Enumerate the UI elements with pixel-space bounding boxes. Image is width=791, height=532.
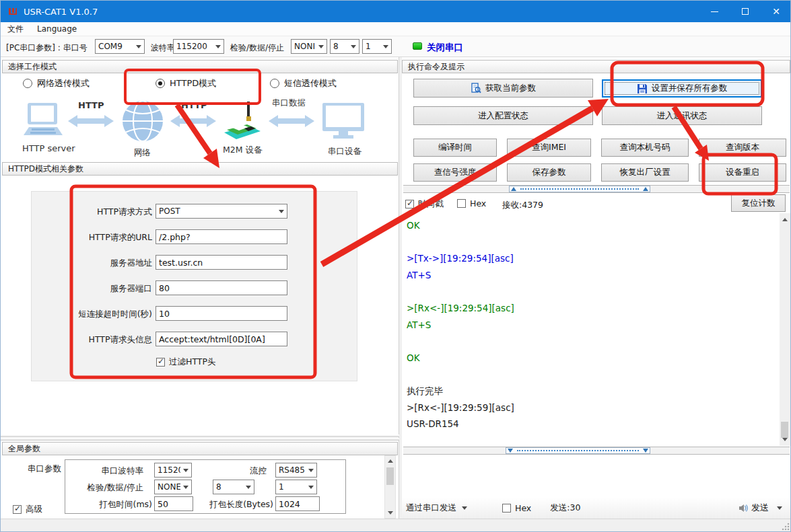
gp-packtime-input[interactable] bbox=[154, 496, 193, 511]
radio-icon bbox=[270, 79, 279, 88]
device-restart-button[interactable]: 设备重启 bbox=[699, 163, 786, 182]
query-imei-button[interactable]: 查询IMEI bbox=[507, 139, 591, 157]
radio-icon bbox=[156, 79, 165, 88]
short-conn-timeout-input[interactable] bbox=[156, 306, 287, 321]
log-line: OK bbox=[407, 352, 419, 363]
reset-count-button[interactable]: 复位计数 bbox=[731, 194, 786, 212]
chevron-down-icon bbox=[180, 469, 191, 472]
chevron-down-icon bbox=[316, 45, 326, 48]
get-params-button[interactable]: 获取当前参数 bbox=[413, 79, 593, 98]
monitor-icon bbox=[321, 102, 366, 141]
compile-time-button[interactable]: 编译时间 bbox=[413, 139, 497, 157]
gp-packlen-input[interactable] bbox=[275, 496, 320, 511]
log-line: >[Rx<-][19:29:59][asc] bbox=[407, 402, 514, 413]
log-line: 执行完毕 bbox=[407, 385, 443, 397]
port-group-label: [PC串口参数] : 串口号 bbox=[6, 42, 88, 54]
enter-config-state-button[interactable]: 进入配置状态 bbox=[413, 106, 593, 125]
minimize-button[interactable] bbox=[699, 1, 730, 22]
server-port-input[interactable] bbox=[156, 280, 287, 295]
gp-flow-select[interactable]: RS485 bbox=[275, 463, 317, 478]
parity-select[interactable]: NONI bbox=[291, 39, 327, 54]
query-local-number-button[interactable]: 查询本机号码 bbox=[601, 139, 689, 157]
close-button[interactable]: ✕ bbox=[761, 1, 791, 22]
chevron-down-icon bbox=[380, 45, 391, 48]
scroll-up-icon[interactable] bbox=[385, 456, 395, 466]
baud-select[interactable]: 115200 bbox=[173, 39, 224, 54]
enter-comm-state-button[interactable]: 进入通讯状态 bbox=[602, 106, 762, 125]
horizontal-splitter[interactable] bbox=[1, 434, 399, 437]
diagram-link-label: 串口数据 bbox=[272, 98, 306, 109]
filter-http-header-checkbox[interactable]: 过滤HTTP头 bbox=[156, 356, 216, 368]
timestamp-checkbox[interactable]: 时间戳 bbox=[405, 198, 444, 210]
recv-hex-checkbox[interactable]: Hex bbox=[457, 198, 486, 208]
scrollbar-thumb[interactable] bbox=[386, 467, 394, 485]
scrollbar-thumb[interactable] bbox=[509, 186, 650, 192]
parity-label: 检验/数据/停止 bbox=[230, 42, 284, 54]
field-label: HTTP请求头信息 bbox=[44, 334, 152, 346]
stopbits-select[interactable]: 1 bbox=[362, 39, 392, 54]
resize-grip[interactable] bbox=[782, 523, 790, 531]
gp-databits-select[interactable]: 8 bbox=[213, 480, 254, 494]
scroll-down-icon[interactable] bbox=[385, 508, 395, 518]
menu-language[interactable]: Language bbox=[30, 22, 83, 36]
chevron-down-icon bbox=[306, 469, 316, 472]
send-hex-checkbox[interactable]: Hex bbox=[502, 503, 531, 513]
scrollbar-thumb[interactable] bbox=[506, 447, 650, 454]
radio-net-passthrough[interactable]: 网络透传模式 bbox=[23, 77, 90, 89]
log-vscrollbar[interactable] bbox=[780, 213, 791, 446]
save-params-button[interactable]: 保存参数 bbox=[507, 163, 591, 182]
log-hscrollbar-2[interactable] bbox=[403, 447, 790, 455]
http-method-select[interactable]: POST bbox=[156, 204, 287, 219]
global-params-header: 全局参数 bbox=[2, 442, 398, 455]
receive-log[interactable]: OK>[Tx->][19:29:54][asc]AT+S>[Rx<-][19:2… bbox=[402, 213, 791, 446]
http-url-input[interactable] bbox=[156, 229, 287, 244]
chevron-down-icon[interactable] bbox=[777, 506, 782, 510]
diagram-node-label: 网络 bbox=[134, 147, 151, 159]
log-line: AT+S bbox=[407, 270, 431, 280]
globe-icon bbox=[122, 100, 164, 142]
http-header-input[interactable] bbox=[156, 332, 287, 346]
chevron-down-icon bbox=[133, 45, 144, 48]
databits-select[interactable]: 8 bbox=[330, 39, 359, 54]
log-line: >[Rx<-][19:29:54][asc] bbox=[407, 303, 514, 313]
chevron-down-icon bbox=[213, 45, 223, 48]
send-button[interactable]: 发送 bbox=[751, 502, 769, 514]
gp-stopbits-select[interactable]: 1 bbox=[275, 480, 317, 494]
query-signal-button[interactable]: 查信号强度 bbox=[413, 163, 497, 182]
gp-baud-select[interactable]: 115200 bbox=[154, 463, 192, 478]
log-hscrollbar[interactable] bbox=[403, 185, 790, 193]
field-label: HTTP请求方式 bbox=[44, 206, 152, 218]
field-label: HTTP请求的URL bbox=[44, 232, 152, 243]
menu-file[interactable]: 文件 bbox=[1, 22, 30, 36]
close-port-button[interactable]: 关闭串口 bbox=[427, 42, 463, 54]
server-address-input[interactable] bbox=[156, 255, 287, 270]
diagram-link-label: HTTP bbox=[181, 100, 207, 110]
app-window: USR-CAT1 V1.0.7 ✕ 文件 Language [PC串口参数] :… bbox=[0, 0, 791, 532]
m2m-device-icon bbox=[221, 100, 263, 142]
horizontal-splitter[interactable] bbox=[1, 438, 399, 441]
doc-search-icon bbox=[471, 83, 481, 93]
radio-sms-passthrough[interactable]: 短信透传模式 bbox=[270, 77, 337, 89]
laptop-icon bbox=[20, 102, 67, 141]
scroll-down-icon[interactable] bbox=[780, 434, 790, 445]
form-row: HTTP请求的URL bbox=[14, 229, 310, 244]
menu-bar: 文件 Language bbox=[1, 22, 791, 36]
com-port-select[interactable]: COM9 bbox=[95, 39, 145, 54]
advanced-checkbox[interactable]: 高级 bbox=[13, 504, 42, 515]
send-via-serial-dropdown[interactable]: 通过串口发送 bbox=[406, 502, 456, 514]
factory-reset-button[interactable]: 恢复出厂设置 bbox=[601, 163, 689, 182]
httpd-params-header: HTTPD模式相关参数 bbox=[2, 162, 398, 176]
maximize-button[interactable] bbox=[730, 1, 761, 22]
log-line: >[Tx->][19:29:54][asc] bbox=[407, 253, 514, 264]
set-save-all-params-button[interactable]: 设置并保存所有参数 bbox=[602, 79, 762, 98]
field-label: 短连接超时时间(秒) bbox=[44, 309, 152, 320]
checkbox-icon bbox=[405, 200, 414, 208]
chevron-down-icon[interactable] bbox=[462, 506, 467, 510]
query-version-button[interactable]: 查询版本 bbox=[699, 139, 786, 157]
scroll-right-icon bbox=[643, 449, 648, 453]
left-bottom-scrollbar[interactable] bbox=[384, 455, 396, 519]
floppy-save-icon bbox=[637, 83, 648, 94]
gp-parity-select[interactable]: NONE bbox=[154, 480, 192, 494]
radio-httpd-mode[interactable]: HTTPD模式 bbox=[156, 77, 216, 89]
scroll-up-icon[interactable] bbox=[780, 215, 790, 225]
